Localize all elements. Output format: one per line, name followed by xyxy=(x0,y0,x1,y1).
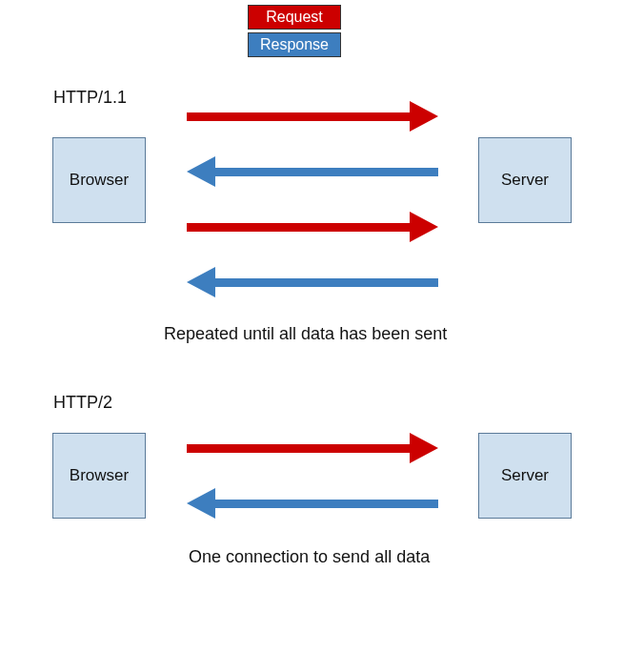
http11-title: HTTP/1.1 xyxy=(53,88,127,108)
http11-browser-node: Browser xyxy=(52,137,146,223)
http2-title: HTTP/2 xyxy=(53,393,112,413)
http2-server-label: Server xyxy=(501,466,549,485)
http11-caption: Repeated until all data has been sent xyxy=(164,324,447,344)
http2-browser-label: Browser xyxy=(70,466,129,485)
http11-server-node: Server xyxy=(478,137,572,223)
legend: Request Response xyxy=(248,5,341,60)
http2-server-node: Server xyxy=(478,433,572,519)
http11-server-label: Server xyxy=(501,171,549,190)
http2-browser-node: Browser xyxy=(52,433,146,519)
legend-request: Request xyxy=(248,5,341,30)
http2-caption: One connection to send all data xyxy=(189,547,430,567)
legend-response: Response xyxy=(248,32,341,57)
http11-browser-label: Browser xyxy=(70,171,129,190)
